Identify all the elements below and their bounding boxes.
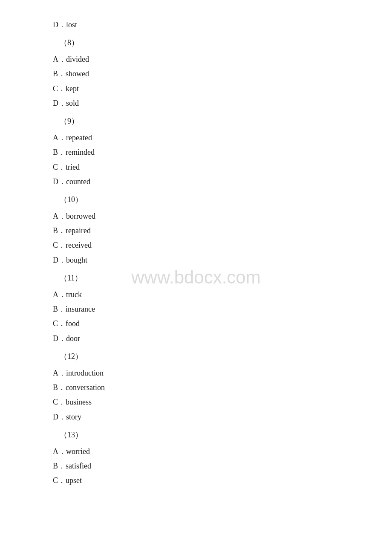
main-content: D．lost（8）A．dividedB．showedC．keptD．sold（9… — [0, 0, 392, 506]
option-item: C．tried — [51, 160, 341, 174]
option-item: B．showed — [51, 67, 341, 81]
question-number: （13） — [60, 428, 341, 442]
option-item: A．divided — [51, 52, 341, 66]
option-item: B．reminded — [51, 145, 341, 159]
question-number: （11） — [60, 271, 341, 285]
option-item: D．door — [51, 332, 341, 345]
option-item: A．repeated — [51, 131, 341, 145]
option-item: D．lost — [51, 18, 341, 32]
question-number: （8） — [60, 36, 341, 49]
option-item: B．satisfied — [51, 459, 341, 473]
option-item: D．sold — [51, 96, 341, 110]
option-item: C．business — [51, 395, 341, 409]
option-item: C．food — [51, 317, 341, 330]
option-item: C．received — [51, 238, 341, 252]
option-item: B．repaired — [51, 224, 341, 237]
question-number: （10） — [60, 193, 341, 206]
option-item: C．kept — [51, 82, 341, 95]
option-item: B．insurance — [51, 302, 341, 316]
question-number: （12） — [60, 350, 341, 363]
option-item: C．upset — [51, 474, 341, 487]
option-item: D．bought — [51, 253, 341, 267]
option-item: A．worried — [51, 445, 341, 458]
option-item: B．conversation — [51, 381, 341, 394]
question-number: （9） — [60, 114, 341, 128]
option-item: D．story — [51, 410, 341, 424]
option-item: D．counted — [51, 175, 341, 188]
option-item: A．truck — [51, 288, 341, 301]
option-item: A．borrowed — [51, 209, 341, 223]
option-item: A．introduction — [51, 366, 341, 380]
